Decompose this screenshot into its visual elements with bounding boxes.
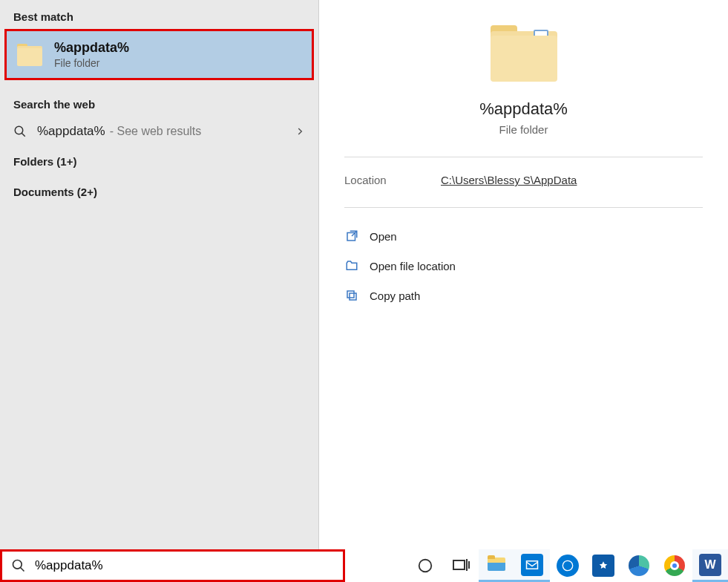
preview-subtitle: File folder <box>499 123 548 136</box>
mail-icon[interactable] <box>514 549 550 582</box>
svg-point-6 <box>13 560 22 569</box>
best-match-label: Best match <box>0 0 318 29</box>
best-match-result[interactable]: %appdata% File folder <box>4 29 314 80</box>
action-label: Copy path <box>370 290 420 302</box>
action-label: Open <box>370 230 397 243</box>
category-documents[interactable]: Documents (2+) <box>0 177 318 207</box>
search-box[interactable] <box>0 549 345 582</box>
search-web-label: Search the web <box>0 88 318 117</box>
best-match-title: %appdata% <box>54 40 129 56</box>
svg-point-8 <box>419 560 432 572</box>
folder-icon <box>491 25 557 82</box>
svg-rect-9 <box>453 560 465 569</box>
copy-path-icon <box>344 288 359 303</box>
cortana-icon[interactable] <box>407 549 443 582</box>
best-match-subtitle: File folder <box>54 57 129 69</box>
chevron-right-icon <box>295 126 305 137</box>
action-copy-path[interactable]: Copy path <box>341 282 706 309</box>
action-open[interactable]: Open <box>341 223 706 249</box>
preview-title: %appdata% <box>479 99 568 119</box>
web-result-item[interactable]: %appdata% - See web results <box>0 117 318 146</box>
svg-rect-5 <box>347 291 354 298</box>
web-query-text: %appdata% <box>37 124 105 139</box>
svg-line-7 <box>21 568 24 572</box>
svg-line-3 <box>352 231 357 236</box>
svg-point-13 <box>563 560 572 570</box>
category-folders[interactable]: Folders (1+) <box>0 146 318 177</box>
search-results-pane: Best match %appdata% File folder Search … <box>0 0 319 549</box>
folder-icon <box>17 44 42 66</box>
open-location-icon <box>344 258 359 273</box>
taskbar: W <box>0 549 728 582</box>
location-link[interactable]: C:\Users\Blessy S\AppData <box>441 174 577 186</box>
svg-rect-4 <box>350 293 356 300</box>
search-input[interactable] <box>35 558 334 573</box>
location-label: Location <box>344 174 441 186</box>
svg-line-1 <box>22 133 25 137</box>
search-icon <box>13 125 27 138</box>
search-icon <box>11 558 26 573</box>
chrome-icon[interactable] <box>657 549 692 582</box>
edge-icon[interactable] <box>621 549 657 582</box>
file-explorer-icon[interactable] <box>479 549 514 582</box>
pdf-icon[interactable] <box>586 549 621 582</box>
open-icon <box>344 229 359 243</box>
dell-icon[interactable] <box>550 549 586 582</box>
action-open-location[interactable]: Open file location <box>341 252 706 279</box>
task-view-icon[interactable] <box>443 549 479 582</box>
preview-pane: %appdata% File folder Location C:\Users\… <box>319 0 728 549</box>
svg-point-0 <box>15 126 23 134</box>
web-suffix-text: - See web results <box>110 125 202 138</box>
action-label: Open file location <box>370 260 456 272</box>
svg-rect-12 <box>527 560 538 569</box>
word-icon[interactable]: W <box>692 549 728 582</box>
